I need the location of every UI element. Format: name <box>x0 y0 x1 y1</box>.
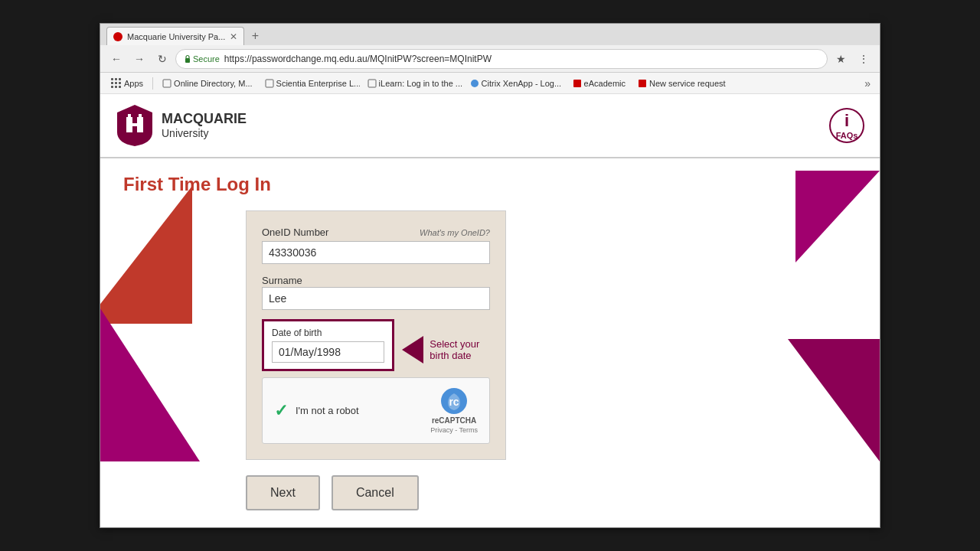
bookmark-button[interactable]: ★ <box>831 49 851 69</box>
forward-button[interactable]: → <box>129 49 149 69</box>
svg-rect-6 <box>639 80 646 87</box>
svg-rect-11 <box>139 114 142 119</box>
bookmark-label-4: Citrix XenApp - Log... <box>482 79 562 88</box>
svg-rect-2 <box>266 80 273 87</box>
recaptcha-logo-icon: rc <box>440 387 468 415</box>
bookmark-service-request[interactable]: New service request <box>633 77 730 90</box>
dob-input[interactable] <box>272 341 384 363</box>
tab-close-button[interactable]: ✕ <box>230 31 237 42</box>
bookmark-citrix[interactable]: Citrix XenApp - Log... <box>466 77 565 90</box>
oneid-label-row: OneID Number What's my OneID? <box>262 227 490 238</box>
oneid-label: OneID Number <box>262 227 328 238</box>
dob-annotation-area: Select your birth date <box>402 336 490 364</box>
service-icon <box>638 79 647 88</box>
bookmark-label: Online Directory, M... <box>174 79 253 88</box>
browser-window: Macquarie University Pa... ✕ + ← → ↻ Sec… <box>100 23 880 528</box>
university-subtitle: University <box>162 127 247 140</box>
page-icon-2 <box>265 79 274 88</box>
svg-text:rc: rc <box>449 396 459 408</box>
back-button[interactable]: ← <box>106 49 126 69</box>
bookmark-label-3: iLearn: Log in to the ... <box>379 79 462 88</box>
logo-area: MACQUARIE University <box>116 103 247 148</box>
faq-label: FAQs <box>836 131 858 140</box>
annotation-arrow <box>402 336 423 364</box>
new-tab-button[interactable]: + <box>244 27 266 45</box>
page-icon-3 <box>368 79 377 88</box>
more-bookmarks-button[interactable]: » <box>861 76 874 91</box>
page-icon <box>162 79 172 88</box>
apps-bookmark[interactable]: Apps <box>106 77 148 90</box>
form-container: OneID Number What's my OneID? Surname Da… <box>246 210 506 460</box>
apps-label: Apps <box>124 79 143 88</box>
nav-bar: ← → ↻ Secure https://passwordchange.mq.e… <box>100 45 880 73</box>
svg-rect-0 <box>185 58 190 63</box>
cancel-button[interactable]: Cancel <box>332 475 419 510</box>
lock-icon <box>184 54 191 64</box>
surname-label: Surname <box>262 275 302 286</box>
faq-i-icon: i <box>844 111 849 131</box>
bookmark-scientia[interactable]: Scientia Enterprise L... <box>260 77 360 90</box>
bookmark-label-2: Scientia Enterprise L... <box>276 79 360 88</box>
page-content: MACQUARIE University i FAQs First Time L… <box>100 94 880 527</box>
oneid-group: OneID Number What's my OneID? <box>262 227 490 264</box>
dob-label: Date of birth <box>272 328 384 338</box>
bookmark-label-6: New service request <box>649 79 726 88</box>
page-title: First Time Log In <box>123 174 857 195</box>
svg-rect-10 <box>128 114 131 119</box>
recaptcha-right: rc reCAPTCHA Privacy - Terms <box>430 387 478 434</box>
dob-container: Date of birth <box>262 319 394 371</box>
main-area: First Time Log In OneID Number What's my… <box>100 158 880 526</box>
citrix-icon <box>470 79 479 88</box>
next-button[interactable]: Next <box>246 475 320 510</box>
svg-rect-3 <box>368 80 376 87</box>
menu-button[interactable]: ⋮ <box>854 49 874 69</box>
annotation-text: Select your birth date <box>430 338 490 361</box>
recaptcha-links-text: Privacy - Terms <box>430 426 478 434</box>
address-bar[interactable]: Secure https://passwordchange.mq.edu.au/… <box>175 49 828 69</box>
url-text: https://passwordchange.mq.edu.au/MQInitP… <box>224 54 492 64</box>
faq-button[interactable]: i FAQs <box>829 108 864 143</box>
not-robot-text: I'm not a robot <box>296 405 359 416</box>
tab-bar: Macquarie University Pa... ✕ + <box>100 24 880 45</box>
oneid-input[interactable] <box>262 241 490 264</box>
bookmark-label-5: eAcademic <box>584 79 626 88</box>
logo-text-area: MACQUARIE University <box>162 111 247 140</box>
university-name: MACQUARIE <box>162 111 247 128</box>
recaptcha-box[interactable]: ✓ I'm not a robot rc reCAPTCHA Privacy -… <box>262 377 490 444</box>
surname-group: Surname <box>262 273 490 310</box>
bookmark-eacademic[interactable]: eAcademic <box>568 77 630 90</box>
recaptcha-left: ✓ I'm not a robot <box>274 401 359 421</box>
bookmark-online-directory[interactable]: Online Directory, M... <box>158 77 257 90</box>
recaptcha-brand-text: reCAPTCHA <box>432 416 476 425</box>
surname-input[interactable] <box>262 287 490 310</box>
active-tab[interactable]: Macquarie University Pa... ✕ <box>106 27 244 45</box>
mq-logo-shield <box>116 103 154 148</box>
svg-point-4 <box>471 80 479 87</box>
eacademic-icon <box>573 79 582 88</box>
svg-rect-9 <box>126 123 143 126</box>
dob-row: Date of birth Select your birth date <box>262 319 490 371</box>
reload-button[interactable]: ↻ <box>152 49 172 69</box>
whats-my-oneid-link[interactable]: What's my OneID? <box>420 228 490 237</box>
tab-label: Macquarie University Pa... <box>127 32 225 41</box>
page-header: MACQUARIE University i FAQs <box>100 94 880 158</box>
bookmark-ilearn[interactable]: iLearn: Log in to the ... <box>363 77 462 90</box>
svg-rect-5 <box>573 80 581 87</box>
bookmarks-bar: Apps Online Directory, M... Scientia Ent… <box>100 73 880 94</box>
secure-badge: Secure <box>184 54 220 64</box>
recaptcha-checkmark: ✓ <box>274 401 288 421</box>
button-row: Next Cancel <box>246 475 857 510</box>
svg-rect-1 <box>163 80 171 87</box>
tab-favicon <box>113 32 122 41</box>
bookmark-separator <box>152 77 153 90</box>
apps-icon <box>111 78 122 89</box>
